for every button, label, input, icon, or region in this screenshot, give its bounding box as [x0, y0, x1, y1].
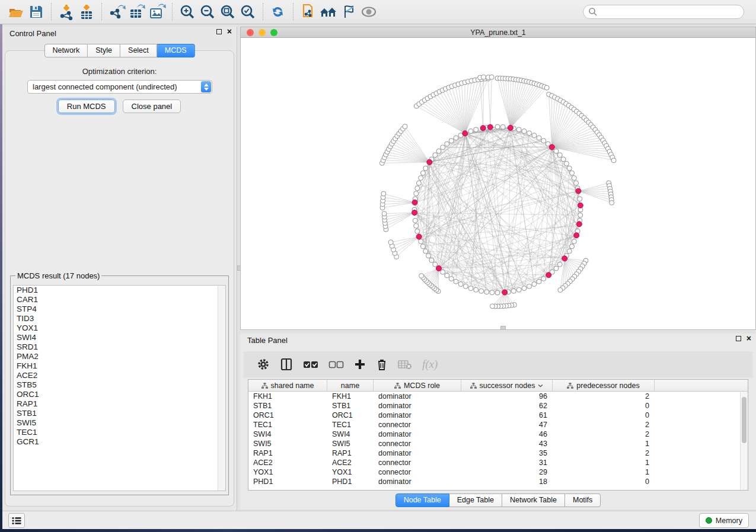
function-builder-icon[interactable]: f(x): [422, 358, 438, 371]
cell-MCDS-role[interactable]: dominator: [374, 392, 461, 401]
network-node[interactable]: [445, 142, 449, 146]
cell-predecessor-nodes[interactable]: 1: [553, 467, 655, 477]
scrollbar-thumb[interactable]: [742, 397, 747, 443]
mcds-result-item[interactable]: TID3: [14, 314, 225, 323]
leaf-node[interactable]: [489, 75, 494, 79]
cell-MCDS-role[interactable]: dominator: [374, 401, 461, 411]
mcds-hub-node[interactable]: [416, 234, 422, 239]
float-window-icon[interactable]: [216, 29, 222, 34]
network-node[interactable]: [423, 166, 428, 171]
network-node[interactable]: [454, 136, 458, 140]
table-row[interactable]: ACE2ACE2connector311: [248, 458, 748, 467]
cell-name[interactable]: FKH1: [327, 392, 374, 401]
mcds-result-item[interactable]: YOX1: [14, 323, 225, 333]
network-canvas[interactable]: [241, 38, 755, 329]
network-node[interactable]: [557, 153, 562, 158]
table-row[interactable]: STB1STB1dominator620: [248, 401, 748, 411]
columns-icon[interactable]: [280, 358, 293, 371]
cell-name[interactable]: STB1: [327, 401, 374, 411]
deselect-all-icon[interactable]: [328, 360, 344, 369]
cell-shared-name[interactable]: FKH1: [248, 392, 327, 401]
tab-network[interactable]: Network: [44, 44, 88, 57]
cell-MCDS-role[interactable]: dominator: [374, 411, 461, 420]
mcds-hub-node[interactable]: [412, 200, 417, 205]
mcds-result-item[interactable]: RAP1: [14, 399, 225, 409]
leaf-node[interactable]: [419, 274, 424, 278]
cell-successor-nodes[interactable]: 18: [461, 477, 553, 486]
network-node[interactable]: [572, 175, 576, 180]
network-node[interactable]: [578, 197, 582, 201]
mcds-result-item[interactable]: STB1: [14, 409, 225, 418]
network-node[interactable]: [495, 124, 500, 129]
network-node[interactable]: [436, 149, 441, 153]
criterion-select[interactable]: largest connected component (undirected): [27, 80, 212, 94]
network-node[interactable]: [554, 266, 559, 271]
cell-successor-nodes[interactable]: 29: [461, 467, 553, 477]
network-node[interactable]: [564, 161, 569, 166]
vizmap-icon[interactable]: [339, 2, 359, 21]
network-node[interactable]: [449, 139, 454, 143]
cell-MCDS-role[interactable]: connector: [374, 458, 461, 467]
cell-predecessor-nodes[interactable]: 2: [553, 392, 655, 401]
network-node[interactable]: [541, 276, 546, 281]
cell-name[interactable]: YOX1: [327, 467, 374, 477]
float-window-icon[interactable]: [736, 336, 741, 341]
network-node[interactable]: [441, 270, 445, 274]
network-node[interactable]: [415, 186, 420, 191]
cell-name[interactable]: PHD1: [327, 477, 374, 486]
cell-name[interactable]: TEC1: [327, 420, 374, 430]
result-scrollbar[interactable]: [218, 286, 225, 491]
table-row[interactable]: SWI4SWI4dominator462: [248, 430, 748, 439]
cell-MCDS-role[interactable]: connector: [374, 439, 461, 448]
network-node[interactable]: [419, 175, 423, 180]
close-panel-button[interactable]: Close panel: [123, 100, 181, 113]
zoom-in-icon[interactable]: [177, 2, 197, 21]
mcds-hub-node[interactable]: [576, 188, 581, 194]
network-node[interactable]: [441, 145, 445, 150]
task-history-button[interactable]: [8, 513, 25, 528]
leaf-node[interactable]: [610, 200, 614, 205]
cell-successor-nodes[interactable]: 47: [461, 420, 553, 430]
network-node[interactable]: [415, 229, 420, 233]
cell-predecessor-nodes[interactable]: 2: [553, 430, 655, 439]
cell-MCDS-role[interactable]: connector: [374, 420, 461, 430]
leaf-node[interactable]: [558, 288, 563, 293]
table-row[interactable]: YOX1YOX1connector291: [248, 467, 748, 477]
cell-successor-nodes[interactable]: 61: [461, 411, 553, 420]
cell-successor-nodes[interactable]: 43: [461, 439, 553, 448]
column-header-predecessor-nodes[interactable]: predecessor nodes: [553, 380, 655, 391]
run-mcds-button[interactable]: Run MCDS: [58, 100, 115, 113]
mcds-result-item[interactable]: PHD1: [14, 286, 225, 295]
network-node[interactable]: [458, 282, 463, 287]
mcds-hub-node[interactable]: [578, 203, 583, 208]
mcds-result-item[interactable]: SRD1: [14, 342, 225, 352]
mcds-hub-node[interactable]: [427, 159, 432, 165]
delete-icon[interactable]: [376, 358, 388, 371]
network-node[interactable]: [433, 153, 438, 158]
cell-shared-name[interactable]: SWI5: [248, 439, 327, 448]
network-node[interactable]: [429, 258, 434, 262]
cell-shared-name[interactable]: ACE2: [248, 458, 327, 467]
network-node[interactable]: [567, 249, 572, 254]
network-node[interactable]: [511, 289, 516, 293]
export-image-icon[interactable]: [147, 2, 167, 21]
network-node[interactable]: [557, 262, 562, 267]
mcds-result-item[interactable]: PMA2: [14, 352, 225, 361]
network-node[interactable]: [413, 218, 417, 223]
cell-MCDS-role[interactable]: dominator: [374, 448, 461, 458]
column-header-MCDS-role[interactable]: MCDS role: [374, 380, 461, 391]
cell-predecessor-nodes[interactable]: 2: [553, 448, 655, 458]
column-header-shared-name[interactable]: shared name: [248, 380, 327, 391]
cell-name[interactable]: SWI5: [327, 439, 374, 448]
table-scrollbar[interactable]: [740, 392, 748, 490]
network-node[interactable]: [474, 127, 479, 132]
mcds-hub-node[interactable]: [412, 210, 417, 215]
mcds-hub-node[interactable]: [462, 131, 468, 136]
cell-name[interactable]: SWI4: [327, 430, 374, 439]
save-session-icon[interactable]: [26, 2, 46, 21]
network-graph[interactable]: [241, 38, 755, 329]
mcds-hub-node[interactable]: [436, 265, 442, 271]
import-table-icon[interactable]: [76, 2, 97, 21]
mcds-hub-node[interactable]: [562, 256, 567, 261]
mcds-result-item[interactable]: CAR1: [14, 295, 225, 305]
